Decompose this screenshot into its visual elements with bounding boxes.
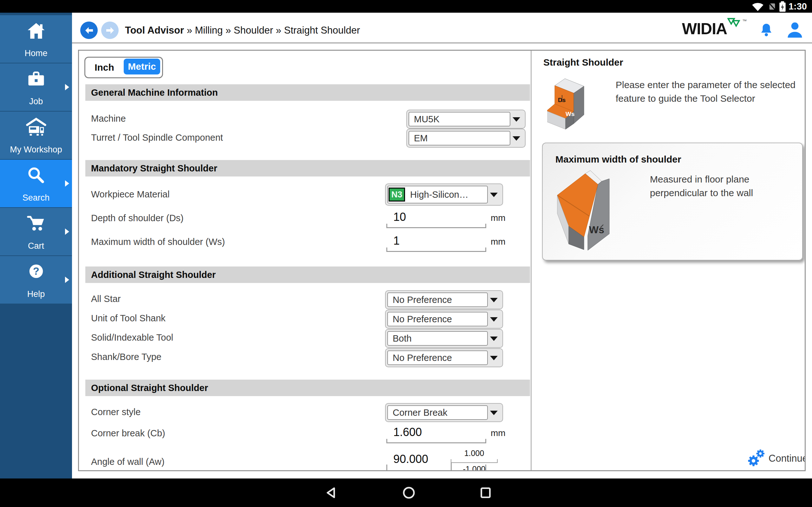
solid-indexable-dropdown[interactable]: Both bbox=[385, 329, 503, 348]
breadcrumb-item-milling[interactable]: Milling bbox=[195, 25, 223, 36]
depth-of-shoulder-field bbox=[386, 209, 486, 228]
sidebar-item-label: Home bbox=[0, 49, 72, 58]
trademark-symbol: ™ bbox=[742, 18, 747, 23]
arrow-left-icon bbox=[84, 25, 95, 36]
corner-break-input[interactable] bbox=[393, 426, 473, 439]
briefcase-icon bbox=[26, 69, 46, 89]
angle-tolerance-minus-input[interactable] bbox=[451, 464, 498, 471]
panel-divider bbox=[531, 51, 531, 470]
angle-tolerance-minus-field bbox=[451, 464, 498, 471]
back-button[interactable] bbox=[80, 21, 98, 39]
corner-break-label: Corner break (Cb) bbox=[91, 427, 165, 440]
shank-bore-type-dropdown[interactable]: No Preference bbox=[385, 348, 503, 367]
sidebar: Home Job My Workshop bbox=[0, 13, 72, 478]
notifications-bell-icon[interactable] bbox=[759, 22, 774, 38]
sidebar-item-search[interactable]: Search bbox=[0, 160, 72, 207]
solid-indexable-label: Solid/Indexable Tool bbox=[91, 331, 173, 344]
input-underline bbox=[386, 224, 486, 228]
unit-label: mm bbox=[491, 427, 506, 440]
account-profile-icon[interactable] bbox=[786, 21, 804, 39]
cart-icon bbox=[26, 214, 46, 233]
workshop-icon bbox=[26, 117, 47, 137]
unit-of-tool-shank-value: No Preference bbox=[388, 314, 452, 325]
all-star-dropdown[interactable]: No Preference bbox=[385, 290, 503, 309]
right-panel-intro: Please enter the parameter of the select… bbox=[616, 78, 800, 105]
chevron-right-icon bbox=[65, 228, 69, 235]
dropdown-value-box: Both bbox=[387, 331, 488, 346]
diagram-ds-label: Ds bbox=[558, 97, 565, 103]
toggle-inch[interactable]: Inch bbox=[85, 58, 123, 77]
sidebar-item-job[interactable]: Job bbox=[0, 63, 72, 111]
chevron-right-icon bbox=[65, 84, 69, 90]
units-toggle: Inch Metric bbox=[84, 57, 163, 78]
dropdown-arrow-icon bbox=[490, 411, 498, 415]
solid-indexable-value: Both bbox=[388, 333, 412, 344]
corner-style-value: Corner Break bbox=[388, 407, 447, 418]
android-home-icon[interactable] bbox=[402, 486, 416, 500]
help-icon: ? bbox=[27, 262, 46, 281]
input-underline bbox=[386, 439, 486, 443]
straight-shoulder-diagram: Ds Ws bbox=[547, 76, 598, 130]
machine-value: MU5K bbox=[409, 114, 440, 124]
chevron-right-icon bbox=[65, 180, 69, 187]
wifi-icon bbox=[751, 2, 765, 11]
depth-of-shoulder-input[interactable] bbox=[393, 210, 473, 224]
dropdown-arrow-icon bbox=[513, 117, 520, 122]
sidebar-item-label: Cart bbox=[0, 241, 72, 251]
android-recents-icon[interactable] bbox=[478, 486, 493, 500]
max-width-diagram: Ws bbox=[554, 168, 633, 252]
dropdown-arrow-icon bbox=[513, 136, 520, 141]
shank-bore-type-value: No Preference bbox=[388, 353, 452, 363]
unit-of-tool-shank-dropdown[interactable]: No Preference bbox=[385, 309, 503, 329]
sidebar-item-home[interactable]: Home bbox=[0, 15, 72, 63]
sidebar-item-help[interactable]: ? Help bbox=[0, 256, 72, 303]
battery-charging-icon bbox=[778, 1, 786, 12]
continue-button[interactable]: Continue bbox=[747, 449, 806, 468]
dropdown-value-box: Corner Break bbox=[387, 405, 488, 420]
section-header-additional: Additional Straight Shoulder bbox=[85, 267, 530, 283]
unit-label: mm bbox=[491, 212, 506, 224]
max-width-of-shoulder-field bbox=[386, 232, 486, 252]
all-star-label: All Star bbox=[91, 292, 120, 305]
breadcrumb-item-shoulder[interactable]: Shoulder bbox=[234, 25, 273, 36]
sidebar-item-cart[interactable]: Cart bbox=[0, 208, 72, 256]
breadcrumb-item-current: Straight Shoulder bbox=[284, 25, 360, 36]
home-icon bbox=[26, 21, 47, 41]
breadcrumb-separator: » bbox=[225, 25, 231, 36]
info-card-title: Maximum width of shoulder bbox=[555, 154, 681, 165]
forward-button[interactable] bbox=[101, 21, 119, 39]
right-panel-title: Straight Shoulder bbox=[543, 57, 623, 68]
android-back-icon[interactable] bbox=[324, 486, 339, 500]
unit-label: mm bbox=[491, 235, 506, 248]
toggle-metric[interactable]: Metric bbox=[124, 59, 160, 74]
section-header-mandatory: Mandatory Straight Shoulder bbox=[85, 160, 530, 176]
breadcrumb-root[interactable]: Tool Advisor bbox=[125, 25, 184, 36]
breadcrumb-separator: » bbox=[276, 25, 281, 36]
sidebar-item-my-workshop[interactable]: My Workshop bbox=[0, 112, 72, 159]
max-width-of-shoulder-input[interactable] bbox=[393, 234, 473, 247]
corner-break-field bbox=[386, 424, 486, 443]
app-root: 1:30 Home Job bbox=[0, 0, 812, 507]
dropdown-arrow-icon bbox=[490, 337, 498, 341]
workpiece-material-dropdown[interactable]: N3 High-Silicon… bbox=[385, 183, 503, 206]
input-underline bbox=[386, 247, 486, 252]
angle-tolerance-plus-input[interactable] bbox=[451, 449, 498, 458]
dropdown-value-box: No Preference bbox=[387, 350, 488, 365]
search-icon bbox=[26, 165, 46, 185]
android-nav-bar bbox=[0, 478, 812, 507]
dropdown-value-box: No Preference bbox=[387, 292, 488, 307]
angle-tolerance-plus-field bbox=[451, 449, 498, 463]
machine-dropdown[interactable]: MU5K bbox=[406, 110, 525, 129]
dropdown-value-box: EM bbox=[409, 131, 510, 146]
turret-dropdown[interactable]: EM bbox=[406, 129, 525, 148]
depth-of-shoulder-label: Depth of shoulder (Ds) bbox=[91, 212, 184, 224]
continue-label: Continue bbox=[768, 453, 806, 464]
dropdown-arrow-icon bbox=[490, 356, 498, 360]
info-card-text: Measured in floor plane perpendicular to… bbox=[650, 172, 796, 200]
corner-style-dropdown[interactable]: Corner Break bbox=[385, 403, 503, 422]
question-mark-glyph: ? bbox=[33, 266, 39, 277]
corner-style-label: Corner style bbox=[91, 406, 141, 418]
dropdown-arrow-icon bbox=[490, 317, 498, 322]
section-header-optional: Optional Straight Shoulder bbox=[85, 380, 530, 396]
status-bar: 1:30 bbox=[0, 0, 812, 13]
